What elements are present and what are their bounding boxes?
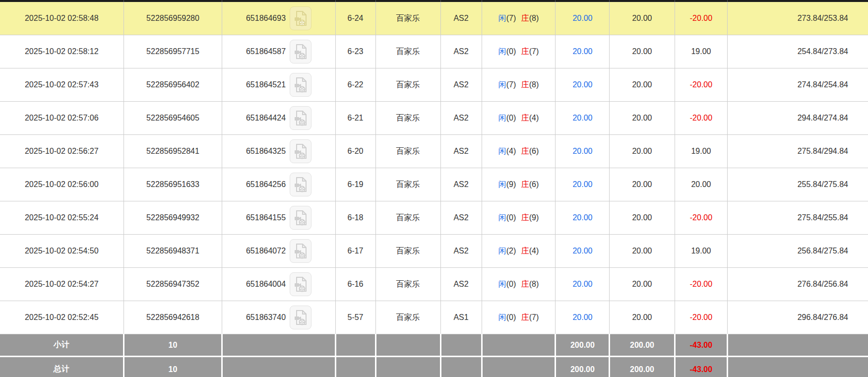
- round-id-text: 651864072: [246, 247, 286, 255]
- video-replay-button[interactable]: [290, 306, 311, 329]
- cell-game-result: 闲(7) 庄(8): [482, 2, 556, 35]
- subtotal-valid: 200.00: [610, 334, 675, 357]
- cell-bet-amount: 20.00: [556, 135, 610, 168]
- video-replay-button[interactable]: [290, 173, 311, 196]
- player-label: 闲: [498, 14, 506, 22]
- round-id-text: 651863740: [246, 313, 286, 322]
- cell-valid-amount: 20.00: [610, 268, 675, 301]
- cell-win-loss: 19.00: [675, 135, 728, 168]
- player-result: 闲(0): [498, 313, 516, 321]
- player-label: 闲: [498, 280, 506, 288]
- total-win: -43.00: [675, 357, 728, 377]
- player-label: 闲: [498, 313, 506, 321]
- cell-round-number: 6-16: [335, 268, 375, 301]
- cell-game-result: 闲(2) 庄(4): [482, 235, 556, 268]
- film-document-icon: [294, 276, 308, 292]
- cell-round-id: 651864004: [222, 268, 335, 301]
- player-label: 闲: [498, 247, 506, 255]
- total-label: 总计: [0, 357, 124, 377]
- player-result: 闲(7): [498, 14, 516, 22]
- cell-win-loss: 19.00: [675, 35, 728, 68]
- banker-result: 庄(4): [521, 114, 539, 122]
- subtotal-row: 小计 10 200.00 200.00 -43.00: [0, 334, 868, 357]
- cell-table-name: AS1: [440, 301, 482, 334]
- banker-label: 庄: [521, 280, 529, 288]
- cell-game-name: 百家乐: [375, 268, 440, 301]
- cell-bet-time: 2025-10-02 02:55:24: [0, 201, 124, 235]
- subtotal-win: -43.00: [675, 334, 728, 357]
- video-replay-button[interactable]: [290, 272, 311, 296]
- cell-balance: 275.84/294.84: [728, 135, 868, 168]
- player-label: 闲: [498, 47, 506, 56]
- banker-result: 庄(6): [521, 147, 539, 155]
- cell-balance: 294.84/274.84: [728, 102, 868, 135]
- cell-win-loss: -20.00: [675, 102, 728, 135]
- video-replay-button[interactable]: [290, 40, 311, 63]
- cell-balance: 256.84/275.84: [728, 235, 868, 268]
- cell-table-name: AS2: [440, 201, 482, 235]
- cell-round-number: 6-20: [335, 135, 375, 168]
- film-document-icon: [294, 44, 308, 60]
- cell-win-loss: -20.00: [675, 2, 728, 35]
- video-replay-button[interactable]: [290, 139, 311, 163]
- round-id-text: 651864004: [246, 280, 286, 289]
- player-result: 闲(0): [498, 114, 516, 122]
- cell-round-id: 651864587: [222, 35, 335, 68]
- banker-score: (8): [529, 280, 539, 288]
- round-id-group: 651863740: [224, 306, 333, 329]
- cell-balance: 276.84/256.84: [728, 268, 868, 301]
- banker-result: 庄(7): [521, 47, 539, 56]
- round-id-group: 651864693: [224, 6, 333, 30]
- cell-round-number: 6-21: [335, 102, 375, 135]
- banker-label: 庄: [521, 80, 529, 89]
- banker-score: (4): [529, 247, 539, 255]
- banker-result: 庄(8): [521, 280, 539, 288]
- cell-round-number: 6-24: [335, 2, 375, 35]
- table-row: 2025-10-02 02:58:12 522856957715 6518645…: [0, 35, 868, 68]
- round-id-group: 651864256: [224, 173, 333, 196]
- table-row: 2025-10-02 02:55:24 522856949932 6518641…: [0, 201, 868, 235]
- player-score: (2): [506, 247, 516, 255]
- cell-table-name: AS2: [440, 168, 482, 201]
- table-row: 2025-10-02 02:57:43 522856956402 6518645…: [0, 68, 868, 102]
- video-replay-button[interactable]: [290, 6, 311, 30]
- film-document-icon: [294, 10, 308, 26]
- video-replay-button[interactable]: [290, 239, 311, 263]
- player-label: 闲: [498, 147, 506, 155]
- banker-score: (4): [529, 114, 539, 122]
- video-replay-button[interactable]: [290, 206, 311, 230]
- banker-score: (7): [529, 313, 539, 321]
- film-document-icon: [294, 143, 308, 159]
- cell-table-name: AS2: [440, 102, 482, 135]
- round-id-group: 651864072: [224, 239, 333, 263]
- cell-balance: 274.84/254.84: [728, 68, 868, 102]
- player-score: (4): [506, 147, 516, 155]
- banker-score: (9): [529, 213, 539, 222]
- film-document-icon: [294, 77, 308, 93]
- cell-bet-id: 522856957715: [124, 35, 222, 68]
- player-result: 闲(9): [498, 180, 516, 188]
- cell-table-name: AS2: [440, 235, 482, 268]
- cell-bet-time: 2025-10-02 02:57:06: [0, 102, 124, 135]
- cell-bet-amount: 20.00: [556, 2, 610, 35]
- subtotal-count: 10: [124, 334, 222, 357]
- player-result: 闲(2): [498, 247, 516, 255]
- cell-win-loss: -20.00: [675, 301, 728, 334]
- player-label: 闲: [498, 114, 506, 122]
- round-id-text: 651864693: [246, 14, 286, 23]
- cell-table-name: AS2: [440, 2, 482, 35]
- cell-bet-time: 2025-10-02 02:54:27: [0, 268, 124, 301]
- banker-label: 庄: [521, 180, 529, 188]
- cell-valid-amount: 20.00: [610, 168, 675, 201]
- cell-bet-time: 2025-10-02 02:52:45: [0, 301, 124, 334]
- banker-label: 庄: [521, 313, 529, 321]
- player-result: 闲(4): [498, 147, 516, 155]
- video-replay-button[interactable]: [290, 73, 311, 97]
- cell-game-name: 百家乐: [375, 135, 440, 168]
- player-result: 闲(0): [498, 280, 516, 288]
- total-valid: 200.00: [610, 357, 675, 377]
- cell-game-result: 闲(0) 庄(7): [482, 35, 556, 68]
- cell-game-name: 百家乐: [375, 235, 440, 268]
- cell-balance: 275.84/255.84: [728, 201, 868, 235]
- video-replay-button[interactable]: [290, 106, 311, 130]
